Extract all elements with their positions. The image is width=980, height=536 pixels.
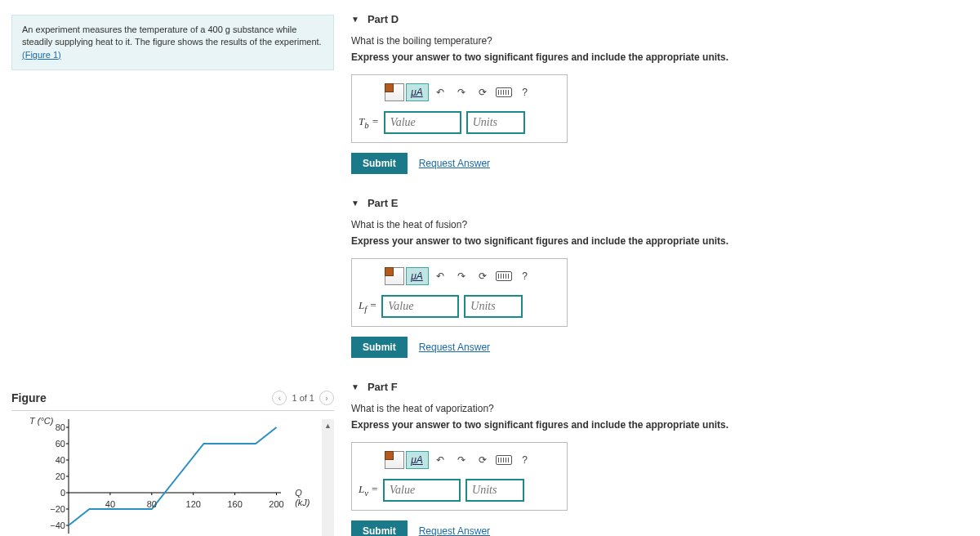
redo-button[interactable]: ↷ [452, 450, 471, 470]
pager-next-button[interactable]: › [319, 391, 334, 405]
disclosure-icon[interactable]: ▼ [351, 382, 359, 391]
keyboard-button[interactable] [494, 83, 514, 102]
question-text: What is the heat of fusion? [351, 219, 972, 230]
problem-text: An experiment measures the temperature o… [22, 25, 322, 47]
problem-statement: An experiment measures the temperature o… [11, 15, 334, 70]
part-f: ▼ Part F What is the heat of vaporizatio… [351, 381, 972, 536]
answer-toolbar: μA ↶ ↷ ⟳ ? [359, 266, 560, 287]
request-answer-link[interactable]: Request Answer [419, 158, 490, 169]
keyboard-button[interactable] [494, 266, 514, 286]
pager-text: 1 of 1 [292, 393, 314, 403]
submit-button[interactable]: Submit [351, 337, 408, 358]
template-button[interactable] [385, 266, 404, 286]
help-button[interactable]: ? [515, 450, 535, 470]
units-input[interactable] [466, 479, 524, 502]
variable-label: Lv = [359, 483, 378, 498]
figure-title: Figure [11, 391, 47, 404]
answer-toolbar: μA ↶ ↷ ⟳ ? [359, 449, 560, 471]
redo-button[interactable]: ↷ [452, 83, 471, 102]
answer-box: μA ↶ ↷ ⟳ ? Tb = [351, 74, 568, 143]
variable-label: Tb = [359, 115, 379, 130]
x-axis-label: Q (kJ) [295, 488, 310, 507]
part-title: Part D [368, 13, 399, 25]
figure-panel: Figure ‹ 1 of 1 › ▲ ▼ T (°C) 80 60 40 20… [11, 391, 334, 536]
keyboard-button[interactable] [494, 450, 514, 470]
question-text: What is the boiling temperature? [351, 35, 972, 47]
value-input[interactable] [381, 295, 459, 318]
variable-label: Lf = [359, 299, 376, 314]
redo-button[interactable]: ↷ [452, 266, 471, 286]
submit-button[interactable]: Submit [351, 153, 408, 174]
instructions-text: Express your answer to two significant f… [351, 419, 972, 431]
figure-pager: ‹ 1 of 1 › [272, 391, 334, 405]
disclosure-icon[interactable]: ▼ [351, 15, 359, 24]
submit-button[interactable]: Submit [351, 520, 408, 536]
units-button[interactable]: μA [406, 267, 429, 285]
chart: T (°C) 80 60 40 20 0 −20 −40 40 80 120 1… [69, 419, 297, 534]
request-answer-link[interactable]: Request Answer [419, 342, 490, 353]
part-title: Part E [368, 197, 399, 209]
undo-button[interactable]: ↶ [430, 83, 450, 102]
value-input[interactable] [383, 479, 461, 502]
scroll-up-icon[interactable]: ▲ [322, 419, 334, 431]
chart-series-line [69, 427, 277, 525]
instructions-text: Express your answer to two significant f… [351, 51, 972, 63]
answer-box: μA ↶ ↷ ⟳ ? Lf = [351, 258, 568, 327]
figure-scrollbar[interactable]: ▲ ▼ [322, 419, 334, 536]
help-button[interactable]: ? [515, 83, 535, 102]
chart-svg [69, 419, 297, 534]
answer-toolbar: μA ↶ ↷ ⟳ ? [359, 82, 560, 103]
part-e: ▼ Part E What is the heat of fusion? Exp… [351, 197, 972, 358]
part-title: Part F [368, 381, 398, 393]
disclosure-icon[interactable]: ▼ [351, 199, 359, 208]
reset-button[interactable]: ⟳ [473, 266, 492, 286]
undo-button[interactable]: ↶ [430, 450, 450, 470]
value-input[interactable] [384, 111, 461, 134]
template-button[interactable] [385, 83, 404, 102]
reset-button[interactable]: ⟳ [473, 450, 492, 470]
units-button[interactable]: μA [406, 83, 429, 101]
request-answer-link[interactable]: Request Answer [419, 525, 490, 536]
pager-prev-button[interactable]: ‹ [272, 391, 287, 405]
reset-button[interactable]: ⟳ [473, 83, 492, 102]
part-d: ▼ Part D What is the boiling temperature… [351, 13, 972, 174]
help-button[interactable]: ? [515, 266, 535, 286]
figure-link[interactable]: (Figure 1) [22, 50, 61, 60]
units-input[interactable] [466, 111, 525, 134]
question-text: What is the heat of vaporization? [351, 403, 972, 414]
instructions-text: Express your answer to two significant f… [351, 235, 972, 247]
undo-button[interactable]: ↶ [430, 266, 450, 286]
template-button[interactable] [385, 450, 404, 470]
units-button[interactable]: μA [406, 451, 429, 469]
units-input[interactable] [464, 295, 523, 318]
answer-box: μA ↶ ↷ ⟳ ? Lv = [351, 442, 568, 511]
